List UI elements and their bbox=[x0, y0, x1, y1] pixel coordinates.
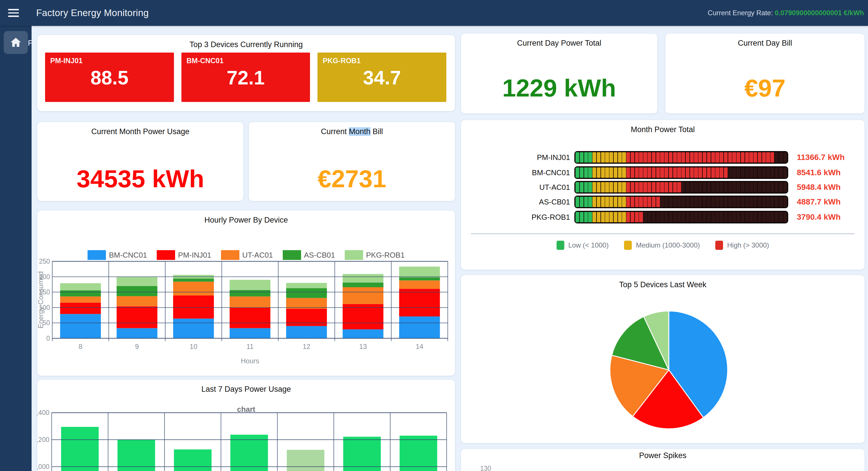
left-sidebar: F bbox=[0, 26, 32, 471]
gauge-kwh-value: 8541.6 kWh bbox=[797, 166, 841, 179]
day-power-total-value: 1229 kWh bbox=[461, 74, 657, 102]
svg-text:Hours: Hours bbox=[241, 357, 259, 365]
svg-text:12: 12 bbox=[303, 343, 311, 350]
card-current-month-bill: Current Month Bill €2731 bbox=[249, 122, 455, 201]
card-power-spikes: Power Spikes 130 bbox=[461, 449, 865, 471]
device-power-value: 34.7 bbox=[317, 66, 446, 89]
gauge-row-pm-inj01: PM-INJ01 11366.7 kWh bbox=[461, 151, 865, 164]
title-suffix: Bill bbox=[371, 127, 383, 136]
legend-item-high: High (> 3000) bbox=[715, 241, 769, 250]
device-tiles: PM-INJ01 88.5 BM-CNC01 72.1 PKG-ROB1 34.… bbox=[45, 53, 446, 102]
gauge-bar bbox=[575, 211, 788, 224]
legend-label: Medium (1000-3000) bbox=[636, 241, 700, 249]
gauge-row-as-cb01: AS-CB01 4887.7 kWh bbox=[461, 196, 865, 208]
gauge-device-label: UT-AC01 bbox=[461, 181, 570, 194]
energy-rate-label: Current Energy Rate: bbox=[708, 9, 773, 17]
legend-item-medium: Medium (1000-3000) bbox=[624, 241, 700, 250]
device-tile-pkg-rob1: PKG-ROB1 34.7 bbox=[317, 53, 446, 102]
gauge-device-label: AS-CB01 bbox=[461, 196, 570, 208]
gauge-device-label: PKG-ROB1 bbox=[461, 211, 570, 224]
threshold-legend: Low (< 1000) Medium (1000-3000) High (> … bbox=[461, 241, 865, 250]
legend-label: High (> 3000) bbox=[727, 241, 769, 249]
device-tile-bm-cnc01: BM-CNC01 72.1 bbox=[181, 53, 310, 102]
gauge-device-label: BM-CNC01 bbox=[461, 166, 570, 179]
legend-swatch-low bbox=[557, 241, 564, 250]
svg-text:8: 8 bbox=[79, 343, 82, 350]
hourly-stacked-bar-chart: 050100150200250891011121314HoursEnergy C… bbox=[37, 210, 455, 376]
card-current-day-power-total: Current Day Power Total 1229 kWh bbox=[461, 34, 657, 113]
gauge-device-label: PM-INJ01 bbox=[461, 151, 570, 164]
svg-text:1,400: 1,400 bbox=[37, 409, 50, 416]
energy-rate-readout: Current Energy Rate: 0.0790900000000001 … bbox=[708, 0, 864, 26]
home-nav-button[interactable] bbox=[4, 31, 28, 54]
gauge-kwh-value: 4887.7 kWh bbox=[797, 196, 841, 208]
sidebar-clipped-label: F bbox=[28, 38, 33, 48]
card-last-7-days: Last 7 Days Power Usage chart 1,4001,200… bbox=[37, 380, 455, 471]
card-current-day-bill: Current Day Bill €97 bbox=[665, 34, 865, 113]
title-prefix: Current bbox=[321, 127, 349, 136]
card-title-day-power: Current Day Power Total bbox=[461, 39, 657, 48]
gauge-row-pkg-rob1: PKG-ROB1 3790.4 kWh bbox=[461, 211, 865, 224]
gauge-bar bbox=[575, 196, 788, 208]
gauge-row-ut-ac01: UT-AC01 5948.4 kWh bbox=[461, 181, 865, 194]
card-top5-devices-pie: Top 5 Devices Last Week bbox=[461, 275, 865, 443]
home-icon bbox=[9, 36, 22, 49]
top5-pie-chart bbox=[461, 275, 865, 443]
month-power-usage-value: 34535 kWh bbox=[37, 165, 243, 193]
svg-text:10: 10 bbox=[190, 343, 197, 350]
gauge-bar bbox=[575, 166, 788, 179]
gauge-kwh-value: 5948.4 kWh bbox=[797, 181, 841, 194]
device-name: BM-CNC01 bbox=[187, 57, 224, 65]
device-power-value: 88.5 bbox=[45, 66, 174, 89]
top-navbar: Factory Energy Monitoring Current Energy… bbox=[0, 0, 868, 26]
svg-text:1,000: 1,000 bbox=[37, 463, 50, 470]
svg-text:130: 130 bbox=[480, 465, 491, 471]
svg-text:250: 250 bbox=[39, 258, 50, 265]
card-top-3-devices: Top 3 Devices Currently Running PM-INJ01… bbox=[37, 35, 455, 111]
svg-text:9: 9 bbox=[135, 343, 139, 350]
legend-swatch-medium bbox=[624, 241, 632, 250]
month-bill-value: €2731 bbox=[249, 165, 455, 193]
gauge-kwh-value: 11366.7 kWh bbox=[797, 151, 845, 164]
card-title-month-usage: Current Month Power Usage bbox=[37, 127, 243, 136]
legend-divider bbox=[471, 234, 855, 234]
device-name: PM-INJ01 bbox=[50, 57, 83, 65]
svg-text:0: 0 bbox=[46, 334, 50, 342]
gauge-bar bbox=[575, 181, 788, 194]
device-power-value: 72.1 bbox=[181, 66, 310, 89]
legend-item-low: Low (< 1000) bbox=[557, 241, 609, 250]
day-bill-value: €97 bbox=[665, 74, 865, 102]
card-current-month-power-usage: Current Month Power Usage 34535 kWh bbox=[37, 122, 243, 201]
svg-text:11: 11 bbox=[247, 343, 254, 350]
title-selected-text: Month bbox=[349, 127, 370, 136]
svg-text:1,200: 1,200 bbox=[37, 436, 50, 443]
energy-rate-value: 0.0790900000000001 bbox=[775, 9, 842, 17]
power-spikes-chart: 130 bbox=[461, 449, 865, 471]
legend-label: Low (< 1000) bbox=[568, 241, 609, 249]
gauge-bar bbox=[575, 151, 788, 164]
device-name: PKG-ROB1 bbox=[322, 57, 361, 65]
gauge-kwh-value: 3790.4 kWh bbox=[797, 211, 841, 224]
legend-swatch-high bbox=[715, 241, 723, 250]
card-title-top3: Top 3 Devices Currently Running bbox=[37, 40, 455, 49]
card-title-month-bill: Current Month Bill bbox=[249, 127, 455, 136]
device-tile-pm-inj01: PM-INJ01 88.5 bbox=[45, 53, 174, 102]
card-title-day-bill: Current Day Bill bbox=[665, 39, 865, 48]
card-title-month-total: Month Power Total bbox=[461, 125, 865, 134]
app-title: Factory Energy Monitoring bbox=[36, 0, 149, 26]
svg-text:Energy Consumed: Energy Consumed bbox=[37, 271, 44, 328]
hamburger-menu-icon[interactable] bbox=[8, 7, 20, 19]
card-hourly-power-by-device: Hourly Power By Device BM-CNC01 PM-INJ01… bbox=[37, 210, 455, 376]
svg-text:14: 14 bbox=[415, 343, 423, 350]
gauge-row-bm-cnc01: BM-CNC01 8541.6 kWh bbox=[461, 166, 865, 179]
last7-bar-chart: 1,4001,2001,000 bbox=[37, 380, 455, 471]
energy-rate-unit: €/kWh bbox=[844, 9, 864, 17]
svg-text:13: 13 bbox=[359, 343, 367, 350]
card-month-power-total: Month Power Total PM-INJ01 11366.7 kWh B… bbox=[461, 120, 865, 270]
